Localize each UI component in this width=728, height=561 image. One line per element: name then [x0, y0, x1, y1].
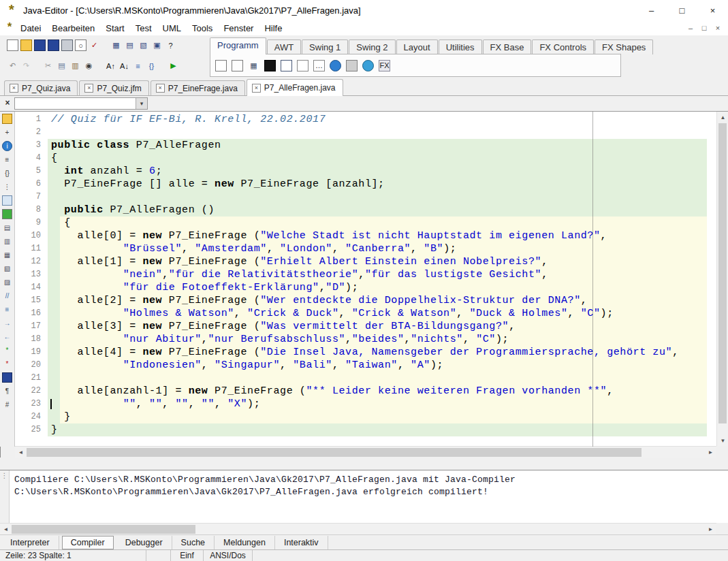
code-line[interactable]: 14 "für die Fotoeffekt-Erklärung","D"); [15, 281, 716, 294]
close-file-button[interactable]: × [3, 97, 12, 108]
menu-item-uml[interactable]: UML [157, 21, 187, 35]
indent-less-icon[interactable]: ← [2, 332, 12, 342]
asterisk-red-icon[interactable]: * [2, 359, 12, 369]
indent-icon[interactable]: ≡ [132, 60, 144, 71]
output-scroll-left-button[interactable]: ◄ [0, 524, 12, 535]
member-combobox[interactable]: ▾ [14, 97, 148, 110]
output-scroll-right-button[interactable]: ► [705, 524, 716, 535]
info-icon[interactable]: i [2, 141, 12, 151]
maximize-button[interactable]: □ [667, 0, 697, 20]
code-line[interactable]: 18 "nur Abitur","nur Berufsabschluss","b… [15, 333, 716, 346]
cut-icon[interactable]: ✂ [42, 60, 54, 71]
check-icon[interactable]: ✓ [89, 39, 100, 51]
palette-tab-swing-1[interactable]: Swing 1 [302, 39, 348, 54]
browser-window-icon[interactable]: ▣ [151, 39, 163, 51]
compiler-output-pane[interactable]: ⋮ Compiliere C:\Users\R.MSKonto\Programm… [0, 470, 728, 523]
folder-icon[interactable] [2, 114, 12, 124]
mdi-restore-button[interactable]: □ [698, 22, 710, 33]
font-larger-icon[interactable]: A↑ [105, 60, 116, 71]
close-button[interactable]: × [697, 0, 728, 20]
save-all-icon[interactable] [48, 39, 59, 51]
code-line[interactable]: 13 "nein","für die Relativitätstheorie",… [15, 268, 716, 281]
code-line[interactable]: 15 alle[2] = new P7_EineFrage ("Wer entd… [15, 294, 716, 307]
dialog-icon[interactable] [297, 60, 308, 71]
frame-cross-icon[interactable]: ▨ [2, 277, 12, 287]
panel-icon[interactable] [346, 60, 358, 71]
run-icon[interactable]: ▶ [168, 60, 179, 71]
pane-splitter[interactable] [0, 458, 728, 470]
chevron-down-icon[interactable]: ▾ [136, 98, 147, 109]
scroll-up-button[interactable]: ▲ [717, 112, 728, 123]
code-line[interactable]: 9 { [15, 217, 716, 229]
open-folder-icon[interactable] [20, 39, 32, 51]
code-line[interactable]: 23 "", "", "", "", "X"); [15, 398, 716, 411]
bottom-tab-meldungen[interactable]: Meldungen [215, 536, 275, 549]
uml-diagram-icon[interactable]: ▦ [110, 39, 122, 51]
palette-tab-fx-shapes[interactable]: FX Shapes [595, 39, 653, 54]
braces-icon[interactable]: {} [2, 168, 12, 178]
bookmark-icon[interactable] [2, 195, 12, 206]
frame-grid-icon[interactable]: ▦ [2, 250, 12, 260]
copy-icon[interactable]: ▤ [56, 60, 67, 71]
output-horizontal-scrollbar[interactable]: ◄ ► [0, 523, 716, 535]
palette-tab-programm[interactable]: Programm [210, 37, 266, 54]
frame-top-icon[interactable]: ▤ [2, 223, 12, 233]
code-line[interactable]: 7 [15, 191, 716, 204]
file-tab-p7-quiz-jfm[interactable]: ×P7_Quiz.jfm [79, 80, 148, 95]
code-line[interactable]: 4{ [15, 152, 716, 165]
code-line[interactable]: 10 alle[0] = new P7_EineFrage ("Welche S… [15, 229, 716, 242]
paste-icon[interactable]: ▥ [69, 60, 81, 71]
editor-vertical-scrollbar[interactable]: ▲ ▼ [716, 112, 728, 447]
search-icon[interactable]: ◉ [83, 60, 95, 71]
uml-new-icon[interactable]: ▤ [124, 39, 136, 51]
code-line[interactable]: 8 public P7_AlleFragen () [15, 204, 716, 217]
palette-tab-swing-2[interactable]: Swing 2 [349, 39, 395, 54]
bottom-tab-interaktiv[interactable]: Interaktiv [275, 536, 328, 549]
frame-icon[interactable] [281, 60, 292, 71]
file-tab-p7-allefragen-java[interactable]: ×P7_AlleFragen.java [247, 79, 343, 96]
bottom-tab-suche[interactable]: Suche [172, 536, 215, 549]
align-icon[interactable]: ≡ [2, 304, 12, 315]
palette-tab-utilities[interactable]: Utilities [439, 39, 482, 54]
code-line[interactable]: 3public class P7_AlleFragen [15, 139, 716, 152]
fx-program-icon[interactable]: FX [379, 60, 390, 71]
vertical-scroll-thumb[interactable] [718, 123, 727, 423]
frame-hatch-icon[interactable]: ▧ [2, 263, 12, 274]
selection-icon[interactable]: + [2, 127, 12, 138]
palette-tab-fx-base[interactable]: FX Base [483, 39, 532, 54]
code-lines[interactable]: 1// Quiz für IF EF-Bi, R. Krell, 22.02.2… [15, 112, 716, 436]
book-icon[interactable] [2, 372, 12, 383]
output-scroll-thumb[interactable] [12, 525, 195, 534]
code-line[interactable]: 24 } [15, 411, 716, 423]
code-line[interactable]: 22 alle[anzahl-1] = new P7_EineFrage ("*… [15, 385, 716, 398]
code-line[interactable]: 21 [15, 372, 716, 385]
palette-tab-layout[interactable]: Layout [396, 39, 438, 54]
font-smaller-icon[interactable]: A↓ [118, 60, 130, 71]
editor-horizontal-scrollbar[interactable]: ◄ ► [15, 446, 716, 458]
horizontal-scroll-thumb[interactable] [27, 448, 642, 457]
code-line[interactable]: 20 "Indonesien", "Singapur", "Bali", "Ta… [15, 359, 716, 372]
menu-item-datei[interactable]: Datei [15, 21, 46, 35]
menu-item-hilfe[interactable]: Hilfe [259, 21, 287, 35]
palette-tab-fx-controls[interactable]: FX Controls [532, 39, 594, 54]
save-icon[interactable] [34, 39, 46, 51]
new-form-icon[interactable] [232, 60, 243, 71]
code-line[interactable]: 25} [15, 423, 716, 436]
applet-icon[interactable] [330, 60, 341, 71]
code-line[interactable]: 6 P7_EineFrage [] alle = new P7_EineFrag… [15, 178, 716, 191]
grid-layout-icon[interactable]: ▦ [248, 60, 259, 71]
textfield-icon[interactable]: … [313, 60, 325, 71]
scroll-down-button[interactable]: ▼ [717, 435, 728, 447]
bottom-tab-debugger[interactable]: Debugger [116, 536, 172, 549]
scroll-left-button[interactable]: ◄ [15, 447, 27, 458]
minimize-button[interactable]: – [636, 0, 667, 20]
bottom-tab-compiler[interactable]: Compiler [62, 536, 114, 549]
pilcrow-icon[interactable]: ¶ [2, 386, 12, 396]
code-line[interactable]: 12 alle[1] = new P7_EineFrage ("Erhielt … [15, 255, 716, 268]
console-icon[interactable] [264, 60, 276, 71]
bottom-tab-interpreter[interactable]: Interpreter [1, 536, 59, 549]
scroll-right-button[interactable]: ► [705, 447, 716, 458]
mdi-close-button[interactable]: × [712, 22, 724, 33]
code-line[interactable]: 1// Quiz für IF EF-Bi, R. Krell, 22.02.2… [15, 113, 716, 126]
frame-side-icon[interactable]: ▥ [2, 236, 12, 246]
